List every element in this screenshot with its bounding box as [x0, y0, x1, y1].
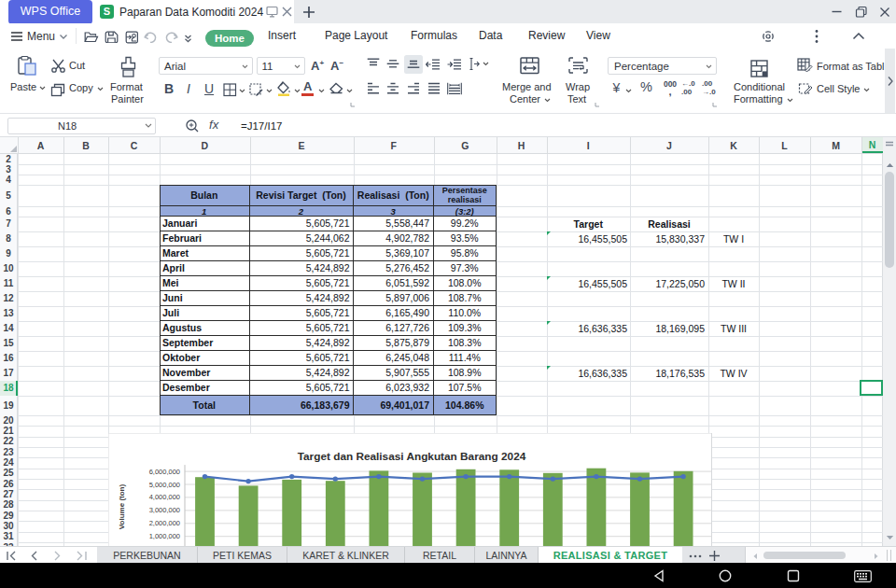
svg-text:Target dan Realisasi Angkutan: Target dan Realisasi Angkutan Barang 202…: [297, 450, 525, 463]
svg-text:4,000,000: 4,000,000: [148, 493, 179, 501]
svg-text:3,000,000: 3,000,000: [148, 506, 179, 514]
svg-text:Volume (ton): Volume (ton): [117, 483, 125, 529]
svg-text:2,000,000: 2,000,000: [148, 519, 179, 527]
svg-text:5,000,000: 5,000,000: [148, 480, 179, 488]
svg-text:1,000,000: 1,000,000: [148, 532, 179, 540]
svg-text:6,000,000: 6,000,000: [148, 467, 179, 475]
